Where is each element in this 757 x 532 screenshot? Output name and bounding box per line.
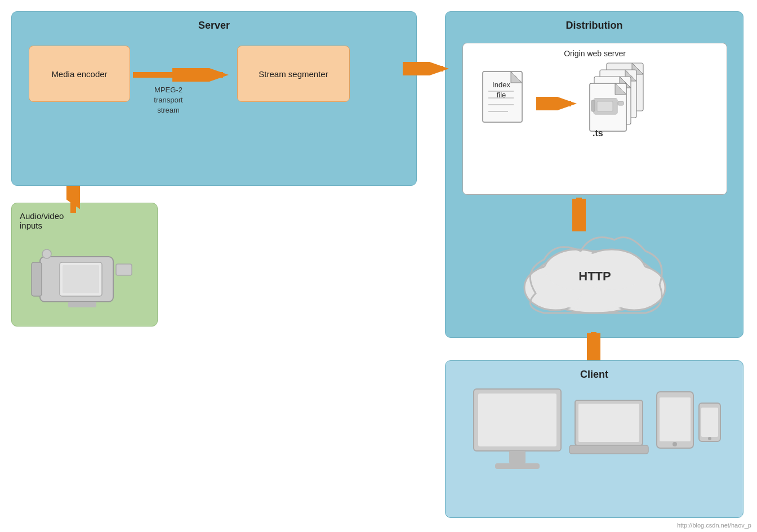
http-label: HTTP (578, 269, 611, 283)
client-title: Client (580, 369, 608, 381)
audio-to-encoder-arrow (66, 186, 80, 213)
mpeg-label: MPEG-2 transport stream (135, 85, 202, 116)
svg-rect-29 (597, 101, 613, 111)
diagram-container: Server Media encoder Stream segmenter MP… (0, 0, 757, 532)
svg-point-61 (708, 437, 711, 440)
origin-to-cloud-arrow (572, 198, 586, 231)
distribution-title: Distribution (566, 20, 623, 32)
audio-box: Audio/video inputs (11, 203, 158, 327)
index-file-label: Index file (492, 81, 510, 99)
svg-rect-57 (660, 397, 691, 441)
audio-title: Audio/video inputs (20, 211, 64, 230)
index-file-doc: Index file (480, 69, 531, 133)
client-box: Client (445, 360, 743, 518)
ts-files: .ts (587, 60, 671, 144)
origin-title: Origin web server (564, 49, 626, 58)
camera-icon (29, 243, 136, 312)
svg-rect-5 (116, 264, 132, 275)
stream-segmenter-box: Stream segmenter (237, 46, 350, 102)
svg-point-8 (42, 249, 51, 258)
svg-rect-60 (701, 408, 718, 437)
encoder-to-segmenter-arrow (133, 68, 234, 82)
server-box: Server Media encoder Stream segmenter MP… (11, 11, 417, 186)
svg-rect-52 (495, 463, 540, 469)
media-encoder-box: Media encoder (29, 46, 130, 102)
svg-rect-7 (32, 262, 42, 296)
svg-rect-6 (68, 302, 96, 307)
stream-segmenter-label: Stream segmenter (259, 69, 328, 79)
index-to-ts-arrow (536, 97, 581, 110)
svg-rect-31 (591, 100, 595, 111)
segmenter-to-distribution-arrow (403, 62, 453, 75)
svg-rect-4 (63, 265, 99, 293)
watermark: http://blog.csdn.net/haov_p (677, 522, 751, 529)
devices-container (462, 383, 727, 502)
server-title: Server (198, 20, 230, 32)
svg-rect-30 (618, 101, 624, 105)
svg-rect-50 (478, 394, 556, 446)
svg-rect-51 (509, 451, 526, 463)
distribution-box: Distribution Origin web server (445, 11, 743, 338)
svg-point-58 (673, 442, 677, 446)
origin-box: Origin web server Index file (462, 43, 727, 195)
svg-text:.ts: .ts (593, 128, 603, 138)
cloud-container: HTTP (499, 231, 691, 321)
svg-rect-54 (578, 404, 639, 442)
media-encoder-label: Media encoder (51, 69, 107, 79)
svg-rect-55 (569, 445, 648, 454)
